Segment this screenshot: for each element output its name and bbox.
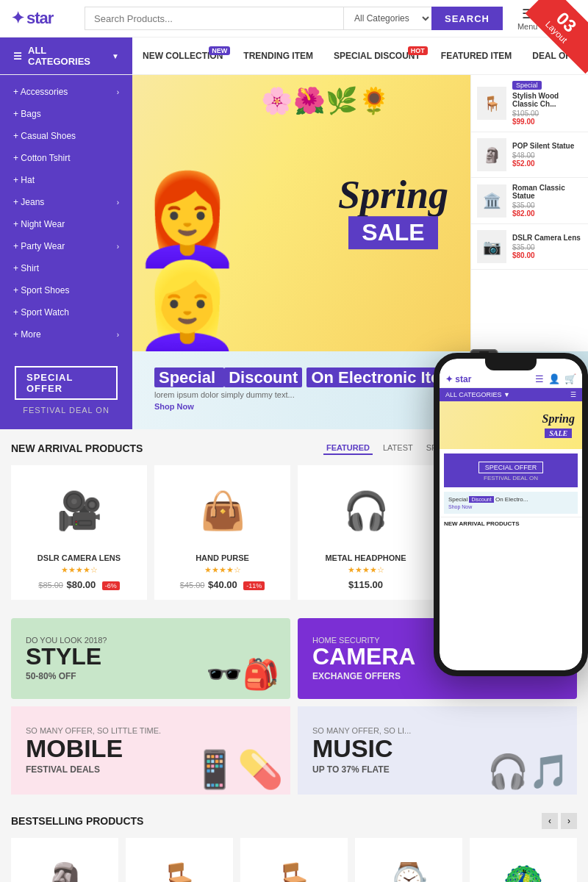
- support-button[interactable]: 🎧0 Support: [548, 6, 577, 31]
- phone-cart-icon: 🛒: [564, 373, 576, 384]
- right-product-price-1: $99.00: [512, 118, 582, 126]
- nav-special-discount[interactable]: HOT SPECIAL DISCOUNT: [323, 43, 431, 68]
- nav-trending[interactable]: TRENDING ITEM: [233, 43, 323, 68]
- right-product-1[interactable]: 🪑 Special Stylish Wood Classic Ch... $10…: [471, 75, 588, 132]
- tab-latest[interactable]: LATEST: [380, 442, 416, 455]
- main-nav: ☰ ALL CATEGORIES ▼ NEW NEW COLLECTION TR…: [0, 37, 588, 75]
- right-product-img-2: 🗿: [477, 138, 506, 171]
- phone-notch: [485, 359, 537, 370]
- bestselling-header: BESTSELLING PRODUCTS ‹ ›: [11, 813, 577, 829]
- product-card-1[interactable]: 🎥 DSLR CAMERA LENS ★★★★☆ $85.00 $80.00 -…: [11, 465, 147, 600]
- sidebar-item-hat[interactable]: + Hat: [0, 169, 132, 191]
- right-product-old-price-4: $35.00: [512, 243, 581, 251]
- sidebar-item-shirt[interactable]: + Shirt: [0, 257, 132, 279]
- phone-offer-sub: FESTIVAL DEAL ON: [450, 475, 572, 481]
- right-product-img-1: 🪑: [477, 87, 506, 120]
- hero-text: Spring SALE: [338, 177, 448, 249]
- sidebar-item-partywear[interactable]: + Party Wear ›: [0, 235, 132, 257]
- logo[interactable]: ✦ star: [11, 9, 77, 28]
- tab-featured[interactable]: FEATURED: [323, 442, 373, 455]
- products-title: NEW ARRIVAL PRODUCTS: [11, 442, 143, 454]
- header-right: ☰ Menu 🎧0 Support: [517, 6, 577, 31]
- nav-new-collection[interactable]: NEW NEW COLLECTION: [132, 43, 233, 68]
- sidebar-item-bags[interactable]: + Bags: [0, 103, 132, 125]
- product-name-3: METAL HEADPHONE: [306, 553, 425, 562]
- promo-style-card[interactable]: DO YOU LOOK 2018? STYLE 50-80% OFF 🕶️🎒: [11, 618, 290, 699]
- promo-style-emoji: 🕶️🎒: [206, 657, 279, 692]
- bestselling-prev[interactable]: ‹: [542, 813, 558, 829]
- hero-models: 👩‍🦰👱‍♀️: [132, 168, 279, 351]
- bs-img-2: 🪑: [135, 847, 224, 882]
- search-bar: All Categories SEARCH: [85, 7, 503, 30]
- right-product-4[interactable]: 📷 DSLR Camera Lens $35.00 $80.00: [471, 224, 588, 270]
- music-card[interactable]: SO MANY OFFER, SO LI... MUSIC UP TO 37% …: [298, 706, 577, 795]
- product-card-2[interactable]: 👜 HAND PURSE ★★★★☆ $45.00 $40.00 -11%: [154, 465, 290, 600]
- sidebar-item-sport-watch[interactable]: + Sport Watch: [0, 301, 132, 323]
- menu-label: Menu: [517, 22, 538, 31]
- bestselling-section: BESTSELLING PRODUCTS ‹ › 🗿 🪑 🪑 ⌚ 🦚: [0, 802, 588, 882]
- product-new-price-1: $80.00: [66, 579, 96, 590]
- right-product-price-2: $52.00: [512, 159, 574, 168]
- nav-deal[interactable]: DEAL OF THE DAY: [522, 43, 588, 68]
- nav-categories-icon: ☰: [13, 51, 22, 62]
- mobile-card[interactable]: SO MANY OFFER, SO LITTLE TIME. MOBILE FE…: [11, 706, 290, 795]
- bestselling-next[interactable]: ›: [561, 813, 577, 829]
- logo-text: star: [26, 9, 53, 28]
- search-input[interactable]: [85, 7, 343, 30]
- offer-right-text: Special Discount On Electronic Items lor…: [154, 368, 467, 412]
- sidebar-item-cotton-tshirt[interactable]: + Cotton Tshirt: [0, 147, 132, 169]
- right-product-3[interactable]: 🏛️ Roman Classic Statue $35.00 $82.00: [471, 178, 588, 224]
- product-old-price-2: $45.00: [180, 581, 205, 589]
- nav-all-categories[interactable]: ☰ ALL CATEGORIES ▼: [0, 37, 132, 74]
- special-badge: Special: [512, 81, 542, 90]
- right-product-info-3: Roman Classic Statue $35.00 $82.00: [512, 184, 582, 218]
- hero-banner: 🌸🌺🌿🌻 👩‍🦰👱‍♀️ Spring SALE: [132, 75, 470, 351]
- product-img-3: 🎧: [306, 474, 425, 548]
- bs-card-1[interactable]: 🗿: [11, 838, 118, 882]
- menu-icon: ☰: [522, 6, 534, 22]
- sidebar-item-jeans[interactable]: + Jeans ›: [0, 191, 132, 213]
- bs-card-3[interactable]: 🪑: [240, 838, 348, 882]
- menu-button[interactable]: ☰ Menu: [517, 6, 538, 31]
- bs-img-5: 🦚: [478, 847, 568, 882]
- product-img-1: 🎥: [20, 474, 138, 548]
- offer-shop-now[interactable]: Shop Now: [154, 402, 194, 411]
- nav-links: NEW NEW COLLECTION TRENDING ITEM HOT SPE…: [132, 37, 588, 74]
- offer-subtitle: FESTIVAL DEAL ON: [23, 406, 110, 415]
- bs-card-4[interactable]: ⌚: [355, 838, 462, 882]
- bs-card-2[interactable]: 🪑: [126, 838, 233, 882]
- bs-card-5[interactable]: 🦚: [470, 838, 577, 882]
- phone-header: ✦ star ☰ 👤 🛒: [440, 370, 582, 388]
- phone-cats-menu: ☰: [570, 391, 576, 398]
- offer-heading: Special Discount On Electronic Items: [154, 368, 467, 387]
- right-product-price-3: $82.00: [512, 209, 582, 218]
- phone-offer: SPECIAL OFFER FESTIVAL DEAL ON: [444, 453, 578, 487]
- phone-hero: SpringSALE: [440, 401, 582, 449]
- nav-featured[interactable]: FEATURED ITEM: [431, 43, 522, 68]
- sidebar-item-sport-shoes[interactable]: + Sport Shoes: [0, 279, 132, 301]
- product-pricing-1: $85.00 $80.00 -6%: [20, 578, 138, 591]
- category-select[interactable]: All Categories: [343, 7, 431, 30]
- product-new-price-2: $40.00: [208, 579, 237, 590]
- right-product-name-2: POP Silent Statue: [512, 142, 574, 150]
- sidebar-item-more[interactable]: + More ›: [0, 323, 132, 345]
- right-product-old-price-1: $105.00: [512, 110, 582, 118]
- product-card-3[interactable]: 🎧 METAL HEADPHONE ★★★★☆ $115.00: [298, 465, 434, 600]
- offer-title: SPECIAL OFFER: [15, 366, 118, 400]
- sidebar-item-accessories[interactable]: + Accessories ›: [0, 81, 132, 103]
- bestselling-grid: 🗿 🪑 🪑 ⌚ 🦚: [11, 838, 577, 882]
- bs-img-1: 🗿: [20, 847, 110, 882]
- right-product-info-2: POP Silent Statue $48.00 $52.00: [512, 142, 574, 168]
- sidebar-item-casual-shoes[interactable]: + Casual Shoes: [0, 125, 132, 147]
- product-stars-1: ★★★★☆: [20, 565, 138, 575]
- phone-hero-text: SpringSALE: [542, 412, 575, 439]
- search-button[interactable]: SEARCH: [431, 7, 503, 30]
- sidebar-item-nightwear[interactable]: + Night Wear: [0, 213, 132, 235]
- right-product-sidebar: 🪑 Special Stylish Wood Classic Ch... $10…: [470, 75, 588, 351]
- nav-categories-label: ALL CATEGORIES: [28, 45, 106, 67]
- main-area: + Accessories › + Bags + Casual Shoes + …: [0, 75, 588, 351]
- phone-screen: ✦ star ☰ 👤 🛒 ALL CATEGORIES ▼ ☰ SpringSA…: [440, 359, 582, 670]
- phone-offer-title: SPECIAL OFFER: [478, 462, 544, 473]
- right-product-img-3: 🏛️: [477, 184, 506, 218]
- right-product-2[interactable]: 🗿 POP Silent Statue $48.00 $52.00: [471, 132, 588, 178]
